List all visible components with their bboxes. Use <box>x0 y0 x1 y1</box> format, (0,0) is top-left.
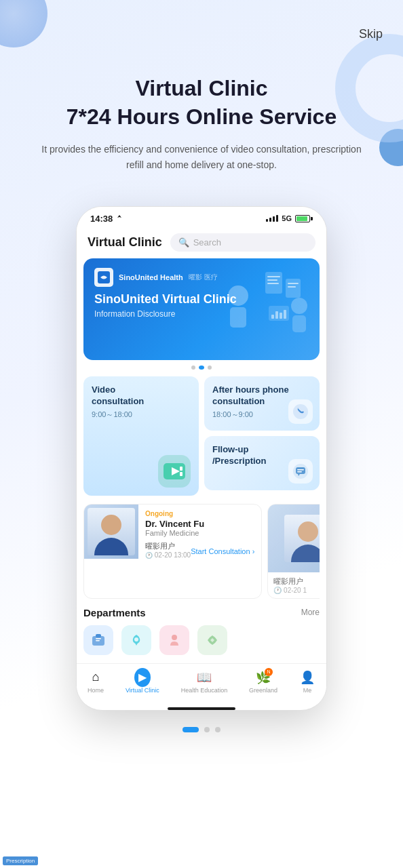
signal-bars <box>266 215 278 222</box>
departments-more[interactable]: More <box>301 608 320 617</box>
virtual-clinic-icon: ▶ <box>134 669 151 686</box>
nav-label-virtual-clinic: Virtual Clinic <box>126 687 159 694</box>
bottom-nav: ⌂ Home ▶ Virtual Clinic 📖 Health Educati… <box>77 663 326 705</box>
banner-section: SinoUnited Health 曜影 医疗 SinoUnited Virtu… <box>77 258 326 370</box>
svg-rect-20 <box>180 472 183 476</box>
banner-logo-text: SinoUnited Health <box>119 273 183 281</box>
home-bar-indicator <box>168 707 235 710</box>
status-bar: 14:38 5G <box>77 207 326 228</box>
departments-title: Departments <box>83 607 146 618</box>
consult-card-1[interactable]: Prescription Ongoing Dr. Vincent Fu Fami… <box>83 504 262 599</box>
consult-card-2[interactable]: Prescription 曜影用户 🕐 02-20 1 <box>267 504 320 599</box>
departments-grid <box>83 625 320 655</box>
consult-user-2: 曜影用户 <box>273 576 320 587</box>
dept-svg-2 <box>128 632 145 648</box>
departments-header: Departments More <box>83 607 320 618</box>
banner-card[interactable]: SinoUnited Health 曜影 医疗 SinoUnited Virtu… <box>83 258 320 360</box>
svg-rect-23 <box>296 467 305 474</box>
banner-dots <box>83 366 320 370</box>
doctor-image-1: Prescription <box>84 505 138 559</box>
status-time: 14:38 <box>90 214 123 224</box>
battery-indicator <box>295 215 313 222</box>
dept-icon-4 <box>197 625 227 655</box>
chat-icon <box>288 459 313 484</box>
svg-point-32 <box>172 635 177 640</box>
home-icon: ⌂ <box>88 669 104 686</box>
banner-dot-3 <box>208 366 212 370</box>
consult-date-1: 🕐 02-20 13:00 <box>145 551 191 559</box>
consult-date-2: 🕐 02-20 1 <box>273 587 320 594</box>
svg-point-31 <box>134 637 138 642</box>
banner-dot-1 <box>191 366 195 370</box>
nav-label-greenland: Greenland <box>249 687 277 694</box>
active-nav-bg: ▶ <box>134 668 151 687</box>
svg-rect-26 <box>297 471 302 473</box>
banner-logo-area: SinoUnited Health 曜影 医疗 <box>94 268 309 287</box>
banner-dot-2 <box>199 366 204 370</box>
page-dot-2 <box>204 727 210 732</box>
app-title: Virtual Clinic <box>88 235 162 250</box>
banner-logo-subtext: 曜影 医疗 <box>189 273 218 282</box>
service-card-followup[interactable]: Fllow-up/Prescription <box>204 436 320 490</box>
nav-item-home[interactable]: ⌂ Home <box>88 669 104 694</box>
dept-icon-3 <box>159 625 189 655</box>
ongoing-badge-1: Ongoing <box>145 510 254 517</box>
video-icon <box>158 455 191 488</box>
dept-svg-1 <box>90 632 107 648</box>
app-header: Virtual Clinic 🔍 Search <box>77 228 326 258</box>
nav-item-greenland[interactable]: 🌿 N Greenland <box>249 669 277 694</box>
nav-item-virtual-clinic[interactable]: ▶ Virtual Clinic <box>126 669 159 694</box>
doctor-avatar-2 <box>284 515 320 562</box>
video-play-icon <box>164 463 185 479</box>
nav-label-home: Home <box>88 687 104 694</box>
page-dot-3 <box>215 727 220 732</box>
banner-subtitle: Information Disclosure <box>94 309 309 319</box>
dept-item-2[interactable] <box>121 625 151 655</box>
nav-item-me[interactable]: 👤 Me <box>299 669 315 694</box>
greenland-badge: N <box>265 668 273 676</box>
consult-scroll[interactable]: Prescription Ongoing Dr. Vincent Fu Fami… <box>83 504 320 599</box>
service-card-time-video: 9:00～18:00 <box>92 410 191 420</box>
search-bar[interactable]: 🔍 Search <box>170 233 315 252</box>
departments-section: Departments More <box>77 607 326 655</box>
service-card-phone[interactable]: After hours phone consultation 18:00～9:0… <box>204 376 320 431</box>
doctor-name-1: Dr. Vincent Fu <box>145 519 254 529</box>
dept-item-3[interactable] <box>159 625 189 655</box>
nav-label-health-education: Health Education <box>181 687 228 694</box>
phone-mockup: 14:38 5G Virtual Clinic <box>76 206 327 711</box>
svg-rect-29 <box>96 638 101 639</box>
doctor-avatar-1 <box>88 508 135 555</box>
nav-label-me: Me <box>303 687 312 694</box>
consult-info-1: Ongoing Dr. Vincent Fu Family Medicine 曜… <box>138 505 261 564</box>
doctor-specialty-1: Family Medicine <box>145 529 254 537</box>
skip-button[interactable]: Skip <box>359 27 383 41</box>
service-card-title-video: Videoconsultation <box>92 384 191 408</box>
consult-user-1: 曜影用户 <box>145 541 191 551</box>
hero-title: Virtual Clinic 7*24 Hours Online Service <box>20 75 383 131</box>
nav-item-health-education[interactable]: 📖 Health Education <box>181 669 228 694</box>
dept-item-4[interactable] <box>197 625 227 655</box>
status-icons: 5G <box>266 214 313 222</box>
services-grid: Videoconsultation 9:00～18:00 <box>83 376 320 496</box>
dept-item-1[interactable] <box>83 625 113 655</box>
dept-icon-1 <box>83 625 113 655</box>
location-icon <box>115 214 123 222</box>
banner-title: SinoUnited Virtual Clinic <box>94 292 309 307</box>
start-consult-button-1[interactable]: Start Consultation › <box>191 547 254 555</box>
svg-rect-30 <box>96 640 100 642</box>
phone-icon <box>288 399 313 424</box>
page-dot-1 <box>183 727 199 732</box>
page-indicator-dots <box>0 727 403 753</box>
logo-icon <box>98 271 110 283</box>
search-icon: 🔍 <box>178 237 189 248</box>
service-card-video[interactable]: Videoconsultation 9:00～18:00 <box>83 376 199 496</box>
svg-rect-19 <box>180 467 183 471</box>
consult-section: Prescription Ongoing Dr. Vincent Fu Fami… <box>77 504 326 599</box>
search-placeholder-text: Search <box>193 237 221 248</box>
svg-rect-25 <box>297 469 304 471</box>
doctor-image-2: Prescription <box>268 505 320 572</box>
consult-card-inner-1: Prescription Ongoing Dr. Vincent Fu Fami… <box>84 505 261 564</box>
health-education-icon: 📖 <box>196 669 212 686</box>
services-section: Videoconsultation 9:00～18:00 <box>77 376 326 496</box>
chat-svg-icon <box>293 464 308 479</box>
